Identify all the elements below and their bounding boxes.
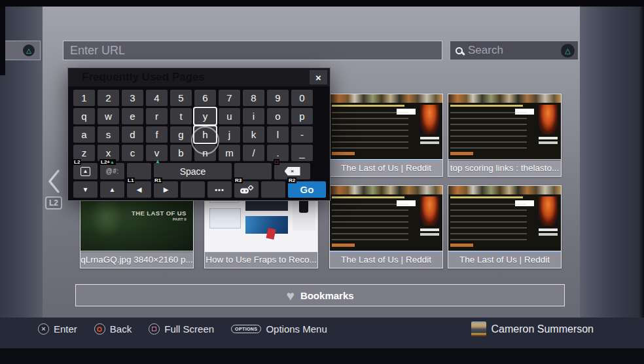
search-icon [456,47,463,54]
key-o[interactable]: o [267,108,289,124]
fullscreen-hint-label: Full Screen [164,323,214,335]
key-d[interactable]: d [122,126,143,143]
url-input[interactable]: Enter URL [63,41,442,60]
hint-fullscreen: Full Screen [149,321,214,337]
thumb-art [450,152,473,155]
keyboard-keys-area: 1234567890qwertyuiopasdfghjkl-zxcvbnm/._… [68,86,330,200]
options-hint-label: Options Menu [266,323,327,335]
thumb-art [450,204,527,244]
thumb-art [539,137,558,139]
cursor-down-key[interactable]: ▼ [73,181,98,198]
key-k[interactable]: k [243,126,264,143]
triangle-button-icon: △ [23,45,35,56]
l2-shoulder-hint: L2 [45,196,62,209]
key-3[interactable]: 3 [122,90,143,106]
key-g[interactable]: g [170,126,192,143]
key-s[interactable]: s [98,126,119,143]
thumb-art [420,228,439,231]
backspace-x-glyph: × [291,169,294,174]
triangle-glyph: △ [565,46,570,55]
key-7[interactable]: 7 [219,90,240,106]
key-e[interactable]: e [122,108,143,124]
key-u[interactable]: u [219,108,240,124]
go-key[interactable]: R2 Go [288,181,326,198]
key-b[interactable]: b [170,145,192,161]
up-arrow-icon: ▲ [109,186,116,193]
r1-badge: R1 [153,177,162,183]
key-l[interactable]: l [267,126,289,143]
square-glyph [152,327,156,331]
key-a[interactable]: a [73,126,95,143]
more-options-key[interactable]: ••• [207,181,232,198]
thumb-art [450,105,522,107]
key-c[interactable]: c [122,145,143,161]
key-m[interactable]: m [219,145,240,161]
key-w[interactable]: w [98,108,119,124]
circle-glyph [97,327,102,332]
keyboard-row: ▼ ▲ L1 ◀ R1 ▶ ••• R3 [73,181,322,198]
cursor-up-key[interactable]: ▲ [100,181,124,198]
search-input[interactable]: Search △ [450,41,579,60]
right-arrow-icon: ▶ [164,186,169,193]
square-button-icon [149,323,160,335]
key-5[interactable]: 5 [170,90,192,106]
hint-enter: × Enter [38,321,77,337]
symbols-key[interactable]: L2+▲ @#: [100,163,124,179]
thumb-art [420,137,439,139]
triangle-hint-icon: ▲ [155,158,160,164]
cursor-left-key[interactable]: L1 ◀ [127,181,151,198]
thumb-art [450,112,527,153]
key-0[interactable]: 0 [291,90,313,106]
triangle-button-icon[interactable]: △ [561,44,575,58]
keyboard-row: asdfghjkl- [73,126,313,143]
key-h[interactable]: h [194,126,216,143]
touchpad-input-key[interactable]: R3 [234,181,259,198]
ps4-browser-screen: △ Enter URL Search △ Frequently Used Pag… [0,0,644,364]
keyboard-row: 1234567890 [73,90,313,106]
chevron-left-icon [46,168,62,195]
key-j[interactable]: j [219,126,240,143]
prev-page-chevron[interactable] [46,168,62,198]
key-n[interactable]: n [194,145,216,161]
tile-thumbnail [330,94,442,160]
key-/[interactable]: / [243,145,264,161]
key-p[interactable]: p [291,108,313,124]
blank-key[interactable] [261,181,285,198]
tile-last-of-us-reddit-3[interactable]: The Last of Us | Reddit [448,185,562,268]
key-t[interactable]: t [170,108,192,124]
key-1[interactable]: 1 [73,90,95,106]
key-6[interactable]: 6 [194,90,216,106]
blank-key[interactable] [181,181,205,198]
bookmarks-button[interactable]: ♥ Bookmarks [75,284,565,306]
backspace-icon: × [285,167,300,175]
key-9[interactable]: 9 [267,90,289,106]
space-key[interactable]: ▲ Space [154,163,232,179]
key-_[interactable]: _ [291,145,313,161]
key-8[interactable]: 8 [243,90,264,106]
key-y[interactable]: y [194,108,216,124]
heart-icon: ♥ [286,289,294,302]
keyboard-titlebar: × [68,68,330,86]
thumb-art [450,244,473,247]
search-placeholder: Search [468,44,561,57]
tile-caption: The Last of Us | Reddit [448,251,561,268]
key-i[interactable]: i [243,108,264,124]
shift-key[interactable]: L2 ▲ [73,163,98,179]
tile-top-scoring-links[interactable]: top scoring links : thelasto... [448,94,562,177]
key-4[interactable]: 4 [146,90,168,106]
key-f[interactable]: f [146,126,168,143]
close-button[interactable]: × [310,70,327,84]
thumb-art [209,208,241,228]
options-button-icon: OPTIONS [231,325,261,333]
tile-last-of-us-reddit-2[interactable]: The Last of Us | Reddit [329,185,443,268]
key-r[interactable]: r [146,108,168,124]
tile-last-of-us-reddit-1[interactable]: The Last of Us | Reddit [329,94,443,177]
key-q[interactable]: q [73,108,95,124]
tile-thumbnail [448,186,561,252]
keyboard-row: qwertyuiop [73,108,313,124]
tile-thumbnail [448,94,561,160]
key--[interactable]: - [291,126,313,143]
cursor-right-key[interactable]: R1 ▶ [154,181,178,198]
l2-plus-label: L2+ [101,159,110,165]
key-2[interactable]: 2 [98,90,119,106]
